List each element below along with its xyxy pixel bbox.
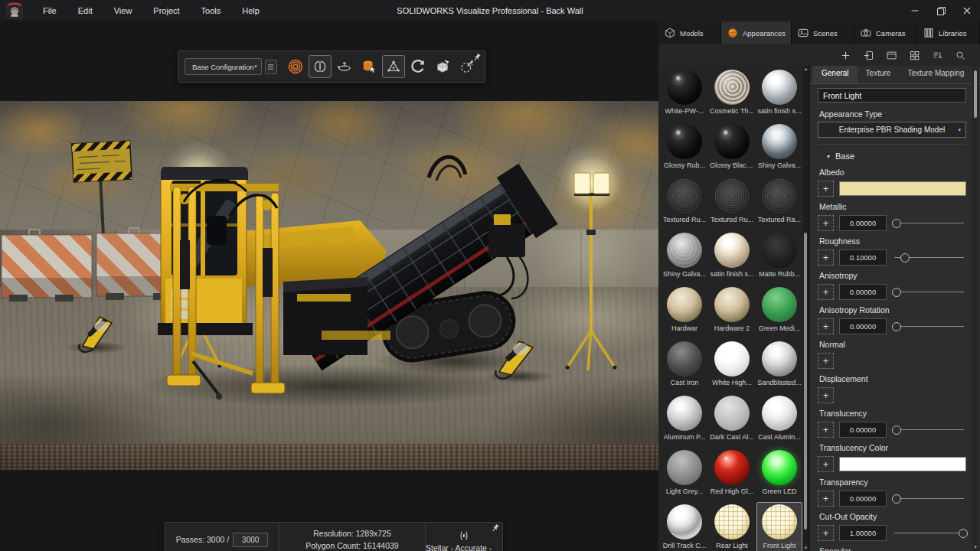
appearance-thumb[interactable]: Dark Cast Al...: [709, 393, 755, 447]
menu-project[interactable]: Project: [142, 0, 190, 21]
value-input[interactable]: [839, 525, 887, 541]
passes-input[interactable]: [233, 533, 268, 547]
appearance-thumb[interactable]: Textured Ru...: [662, 176, 707, 230]
appearance-thumb[interactable]: Red High Gl...: [709, 448, 755, 501]
appearance-thumb[interactable]: Cast Alumin...: [756, 393, 802, 447]
appearance-thumb[interactable]: White-PW-...: [662, 67, 707, 121]
appearance-thumb[interactable]: Glossy Rub...: [662, 122, 707, 175]
appearance-type-dropdown[interactable]: Enterprise PBR Shading Model ▾: [818, 122, 966, 138]
value-input[interactable]: [839, 491, 887, 507]
tab-cameras[interactable]: Cameras: [854, 21, 917, 44]
configuration-list-button[interactable]: [265, 60, 277, 74]
appearance-thumb[interactable]: Textured Ra...: [756, 176, 802, 230]
appearance-thumb[interactable]: Textured Ru...: [709, 176, 755, 230]
scroll-down-icon[interactable]: ▼: [803, 546, 808, 550]
tab-models[interactable]: Models: [658, 21, 721, 44]
menu-file[interactable]: File: [32, 0, 67, 21]
appearance-thumb[interactable]: Green Medi...: [756, 285, 802, 338]
close-button[interactable]: [954, 0, 980, 21]
add-texture-map-button[interactable]: +: [818, 525, 834, 541]
appearance-thumb[interactable]: Aluminum P...: [662, 393, 707, 447]
menu-tools[interactable]: Tools: [191, 0, 232, 21]
turntable-icon[interactable]: [333, 55, 356, 78]
add-texture-map-button[interactable]: +: [818, 422, 834, 438]
split-compare-icon[interactable]: [309, 55, 332, 78]
value-slider[interactable]: [892, 216, 966, 230]
base-section-header[interactable]: ▾ Base: [818, 152, 966, 161]
appearance-thumb[interactable]: Cast Iron: [662, 339, 707, 393]
scrollbar-thumb[interactable]: [804, 233, 807, 530]
import-icon[interactable]: [861, 47, 876, 63]
appearance-picker-icon[interactable]: [358, 55, 381, 78]
appearance-thumb[interactable]: Cosmetic Th...: [709, 67, 755, 121]
add-texture-map-button[interactable]: +: [818, 387, 834, 403]
appearance-thumb[interactable]: Hardwar: [662, 285, 707, 338]
add-texture-map-button[interactable]: +: [818, 491, 834, 507]
tab-libraries[interactable]: Libraries: [917, 21, 980, 44]
slider-knob[interactable]: [892, 219, 901, 228]
value-input[interactable]: [839, 249, 887, 266]
value-slider[interactable]: [892, 250, 966, 264]
rotate-icon[interactable]: [407, 55, 430, 78]
add-texture-map-button[interactable]: +: [818, 215, 834, 231]
value-slider[interactable]: [892, 526, 966, 540]
add-icon[interactable]: [838, 47, 853, 63]
pivot-target-icon[interactable]: [284, 55, 307, 78]
appearance-thumb[interactable]: Front Light: [756, 502, 802, 551]
appearance-name-input[interactable]: [818, 88, 966, 103]
slider-knob[interactable]: [892, 494, 901, 504]
value-input[interactable]: [839, 422, 887, 438]
panel-icon[interactable]: [884, 47, 899, 63]
appearance-list-scrollbar[interactable]: ▲ ▼: [803, 66, 808, 551]
add-texture-map-button[interactable]: +: [818, 181, 834, 197]
slider-knob[interactable]: [959, 529, 968, 538]
value-slider[interactable]: [892, 491, 966, 505]
appearance-thumb[interactable]: satin finish s...: [709, 230, 755, 284]
minimize-button[interactable]: [902, 0, 928, 21]
prop-tab-texture[interactable]: Texture: [858, 66, 900, 83]
appearance-thumb[interactable]: Glossy Black...: [709, 122, 755, 175]
appearance-thumb[interactable]: Shiny Galva...: [662, 230, 707, 284]
restore-button[interactable]: [928, 0, 954, 21]
add-texture-map-button[interactable]: +: [818, 284, 834, 300]
appearance-thumb[interactable]: Matte Rubb...: [756, 230, 802, 284]
search-icon[interactable]: [952, 47, 968, 63]
color-swatch[interactable]: [839, 181, 966, 196]
scroll-down-icon[interactable]: ▼: [972, 545, 978, 549]
value-slider[interactable]: [892, 319, 966, 333]
tab-appearances[interactable]: Appearances: [721, 21, 792, 44]
slider-knob[interactable]: [892, 288, 901, 297]
appearance-thumb[interactable]: Shiny Galva...: [756, 122, 802, 175]
value-slider[interactable]: [892, 285, 966, 298]
appearance-thumb[interactable]: White High...: [709, 339, 755, 393]
value-slider[interactable]: [892, 422, 966, 436]
add-texture-map-button[interactable]: +: [818, 353, 834, 369]
add-texture-map-button[interactable]: +: [818, 249, 834, 266]
prop-tab-texture-mapping[interactable]: Texture Mapping: [899, 66, 972, 83]
snap-pivot-icon[interactable]: [382, 55, 405, 78]
color-swatch[interactable]: [839, 457, 966, 471]
appearance-thumb[interactable]: satin finish s...: [756, 67, 802, 121]
add-texture-map-button[interactable]: +: [818, 318, 834, 334]
appearance-thumb[interactable]: Light Grey...: [662, 448, 707, 501]
menu-view[interactable]: View: [103, 0, 143, 21]
prop-tab-general[interactable]: General: [813, 66, 858, 83]
options-icon[interactable]: [906, 47, 922, 63]
appearance-thumb[interactable]: Hardware 2: [709, 285, 755, 338]
scrollbar-thumb[interactable]: [974, 70, 977, 118]
sort-icon[interactable]: [929, 47, 945, 63]
appearance-thumb[interactable]: Sandblasted...: [756, 339, 802, 393]
slider-knob[interactable]: [892, 425, 901, 435]
appearance-thumb[interactable]: Rear Light: [709, 502, 755, 551]
scroll-up-icon[interactable]: ▲: [803, 67, 808, 71]
value-input[interactable]: [839, 318, 887, 334]
slider-knob[interactable]: [892, 322, 901, 331]
properties-scrollbar[interactable]: ▼: [972, 66, 978, 551]
appearance-thumb[interactable]: Drill Track C...: [662, 502, 707, 551]
slider-knob[interactable]: [900, 253, 910, 262]
menu-help[interactable]: Help: [231, 0, 270, 21]
add-texture-map-button[interactable]: +: [818, 456, 834, 472]
model-box-icon[interactable]: [431, 55, 454, 78]
configuration-dropdown[interactable]: Base Configuration ▾: [185, 58, 262, 75]
menu-edit[interactable]: Edit: [67, 0, 103, 21]
